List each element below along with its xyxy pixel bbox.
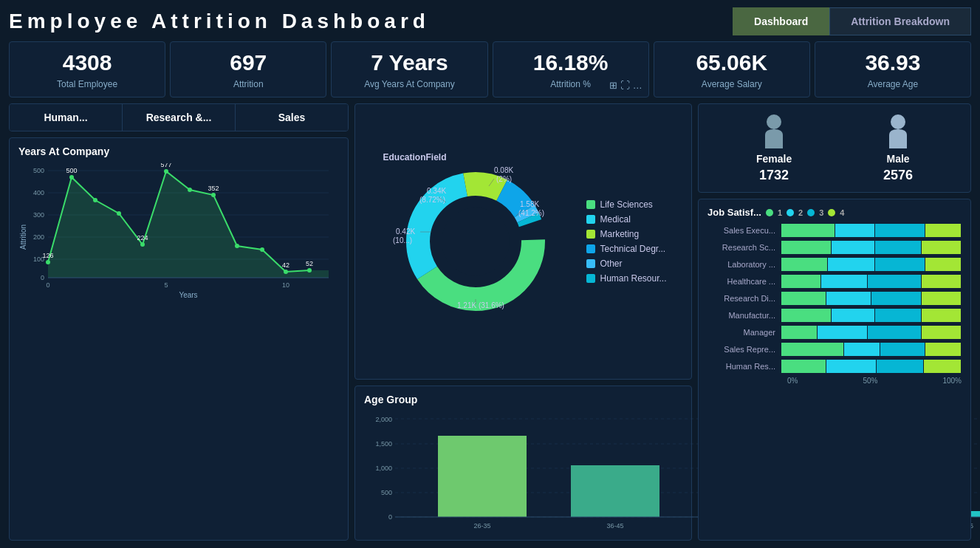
job-satisfaction-card: Job Satisf... 1 2 3 4 Sales Execu...Rese… xyxy=(698,199,971,541)
job-row: Research Di... xyxy=(707,292,962,305)
svg-point-34 xyxy=(235,244,239,248)
legend-hr: Human Resour... xyxy=(586,273,666,284)
job-bar-segment xyxy=(781,258,828,271)
header: Employee Attrition Dashboard Dashboard A… xyxy=(9,7,971,35)
legend-color-medical xyxy=(586,215,595,224)
svg-text:352: 352 xyxy=(208,185,219,192)
job-bar-segment xyxy=(922,292,962,305)
legend-num-4: 4 xyxy=(840,208,844,217)
job-bar-segment xyxy=(832,241,875,254)
svg-text:1,000: 1,000 xyxy=(375,465,392,472)
legend-label-technical: Technical Degr... xyxy=(600,244,665,254)
kpi-avg-age-label: Average Age xyxy=(826,79,960,89)
attrition-breakdown-button[interactable]: Attrition Breakdown xyxy=(829,7,971,35)
legend-label-medical: Medical xyxy=(600,214,630,225)
kpi-avg-years-label: Avg Years At Company xyxy=(342,79,476,89)
job-bar-segment xyxy=(922,309,962,322)
legend-dot-1 xyxy=(766,209,773,216)
more-icon[interactable]: … xyxy=(633,80,643,91)
legend-num-3: 3 xyxy=(819,208,823,217)
dept-tab-human[interactable]: Human... xyxy=(10,104,123,131)
svg-text:(41.2%): (41.2%) xyxy=(518,209,544,217)
svg-text:5: 5 xyxy=(164,281,168,289)
years-at-company-chart: Years At Company Attrition 500 400 300 2… xyxy=(9,137,349,541)
svg-text:500: 500 xyxy=(33,167,44,174)
svg-text:Years: Years xyxy=(179,291,197,299)
svg-text:0.08K: 0.08K xyxy=(494,166,513,174)
svg-text:(2%): (2%) xyxy=(496,175,512,183)
svg-text:300: 300 xyxy=(33,211,44,219)
svg-point-75 xyxy=(767,114,781,129)
job-bar xyxy=(781,343,962,356)
bar-26-35 xyxy=(438,436,527,517)
svg-text:1,500: 1,500 xyxy=(375,440,392,448)
male-count: 2576 xyxy=(883,168,913,183)
job-bar-segment xyxy=(922,326,962,339)
job-bar-segment xyxy=(781,275,821,288)
job-bar-segment xyxy=(818,326,868,339)
job-bar xyxy=(781,326,962,339)
kpi-avg-age: 36.93 Average Age xyxy=(815,41,971,97)
kpi-attrition: 697 Attrition xyxy=(170,41,326,97)
education-field-donut: 0.08K (2%) 0.34K (8.72%) 0.42K (10...) 1… xyxy=(354,103,692,380)
job-bar-segment xyxy=(875,241,922,254)
job-bar-segment xyxy=(875,309,922,322)
job-row: Sales Repre... xyxy=(707,343,962,356)
kpi-avg-years-value: 7 Years xyxy=(342,49,476,76)
legend-marketing: Marketing xyxy=(586,229,666,239)
svg-point-31 xyxy=(164,169,168,174)
job-row-label: Research Di... xyxy=(707,294,781,303)
legend-medical: Medical xyxy=(586,214,666,225)
job-bar-segment xyxy=(877,360,923,373)
kpi-row: 4308 Total Employee 697 Attrition 7 Year… xyxy=(9,41,971,97)
job-row-label: Sales Execu... xyxy=(707,226,781,235)
job-bar xyxy=(781,292,962,305)
job-row: Sales Execu... xyxy=(707,224,962,237)
job-row-label: Healthcare ... xyxy=(707,277,781,286)
job-bar-segment xyxy=(925,224,962,237)
svg-text:10: 10 xyxy=(282,281,289,289)
job-bar xyxy=(781,275,962,288)
axis-100: 100% xyxy=(942,377,962,385)
svg-text:36-45: 36-45 xyxy=(606,522,623,530)
job-row-label: Laboratory ... xyxy=(707,260,781,269)
job-bar-segment xyxy=(924,360,962,373)
donut-chart-wrapper: 0.08K (2%) 0.34K (8.72%) 0.42K (10...) 1… xyxy=(380,149,572,334)
legend-color-life-sciences xyxy=(586,200,595,209)
svg-text:500: 500 xyxy=(66,167,77,174)
gender-female: Female 1732 xyxy=(756,113,792,183)
legend-dot-4 xyxy=(828,209,835,216)
kpi-total-employee-value: 4308 xyxy=(20,49,154,76)
svg-text:1.58K: 1.58K xyxy=(520,200,539,208)
job-bar-segment xyxy=(880,343,925,356)
export-icon[interactable]: ⛶ xyxy=(620,80,630,91)
job-bar-segment xyxy=(826,292,871,305)
svg-text:500: 500 xyxy=(381,489,392,496)
legend-label-hr: Human Resour... xyxy=(600,273,666,284)
axis-0: 0% xyxy=(787,377,798,385)
svg-point-32 xyxy=(188,188,192,192)
svg-text:0: 0 xyxy=(41,274,44,281)
job-bar-segment xyxy=(781,326,818,339)
dept-tab-research[interactable]: Research &... xyxy=(123,104,236,131)
gender-card: Female 1732 Male 2576 xyxy=(698,103,971,193)
svg-text:126: 126 xyxy=(42,252,53,259)
main-content: Human... Research &... Sales Years At Co… xyxy=(9,103,971,541)
job-satisfaction-header: Job Satisf... 1 2 3 4 xyxy=(707,207,962,218)
legend-label-life-sciences: Life Sciences xyxy=(600,199,652,210)
male-label: Male xyxy=(886,153,909,165)
job-bar xyxy=(781,241,962,254)
svg-point-26 xyxy=(46,260,50,264)
dept-tab-sales[interactable]: Sales xyxy=(236,104,348,131)
dashboard-button[interactable]: Dashboard xyxy=(733,7,829,35)
job-bar-segment xyxy=(844,343,880,356)
svg-text:26-35: 26-35 xyxy=(473,522,490,530)
job-bar xyxy=(781,258,962,271)
svg-text:52: 52 xyxy=(306,260,313,267)
svg-text:200: 200 xyxy=(33,233,44,241)
dashboard-title: Employee Attrition Dashboard xyxy=(9,10,430,33)
job-bar-segment xyxy=(875,224,925,237)
svg-point-44 xyxy=(442,208,510,275)
job-row: Research Sc... xyxy=(707,241,962,254)
filter-icon[interactable]: ⊞ xyxy=(609,80,617,91)
